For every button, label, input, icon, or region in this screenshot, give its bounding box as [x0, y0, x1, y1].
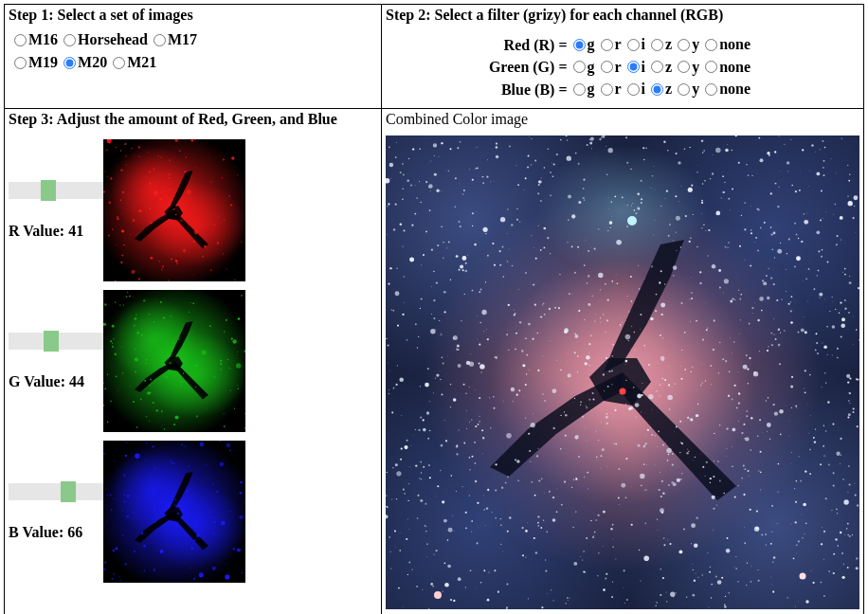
filter-option-red-y[interactable]: y [678, 36, 699, 53]
svg-point-1341 [441, 226, 443, 227]
filter-option-green-none[interactable]: none [705, 59, 750, 76]
imageset-radio-m20[interactable] [63, 57, 76, 69]
svg-point-346 [172, 461, 174, 464]
svg-point-1555 [753, 371, 755, 373]
filter-radio-red-i[interactable] [627, 39, 640, 51]
svg-point-291 [186, 489, 188, 491]
filter-radio-blue-z[interactable] [651, 83, 663, 96]
svg-point-1122 [788, 436, 789, 437]
filter-radio-blue-r[interactable] [601, 83, 613, 96]
svg-point-1198 [712, 495, 715, 498]
svg-point-833 [489, 397, 490, 398]
svg-point-1062 [622, 196, 624, 198]
filter-radio-red-z[interactable] [651, 39, 663, 51]
svg-point-1264 [407, 573, 408, 574]
filter-radio-green-y[interactable] [678, 61, 690, 73]
filter-radio-green-g[interactable] [573, 61, 586, 73]
filter-option-red-g[interactable]: g [573, 36, 595, 53]
svg-point-290 [167, 540, 168, 541]
filter-option-green-g[interactable]: g [573, 59, 595, 76]
svg-point-1157 [573, 479, 574, 479]
svg-point-418 [714, 319, 715, 321]
svg-point-1551 [479, 396, 480, 398]
svg-point-1456 [847, 195, 848, 196]
filter-radio-green-i[interactable] [627, 61, 640, 73]
svg-point-1610 [805, 331, 807, 334]
imageset-option-m21[interactable]: M21 [113, 54, 156, 71]
filter-option-blue-y[interactable]: y [678, 81, 699, 98]
svg-point-1597 [750, 229, 751, 230]
svg-point-1520 [796, 256, 801, 261]
filter-radio-blue-y[interactable] [678, 83, 690, 96]
svg-point-1150 [815, 428, 816, 429]
svg-point-1564 [723, 492, 725, 494]
filter-option-blue-i[interactable]: i [627, 81, 645, 98]
filter-radio-blue-i[interactable] [627, 83, 640, 96]
svg-point-1539 [568, 194, 571, 198]
svg-point-224 [207, 348, 208, 349]
svg-point-769 [479, 421, 480, 422]
imageset-label: Horsehead [78, 31, 148, 48]
blue-slider[interactable] [9, 483, 103, 500]
svg-point-967 [431, 286, 432, 287]
filter-option-red-z[interactable]: z [651, 36, 672, 53]
svg-point-1381 [509, 248, 510, 249]
svg-point-1171 [402, 313, 404, 315]
svg-point-57 [213, 224, 215, 226]
imageset-option-m16[interactable]: M16 [14, 31, 58, 48]
imageset-option-horsehead[interactable]: Horsehead [63, 31, 148, 48]
filter-option-green-z[interactable]: z [651, 59, 672, 76]
filter-radio-red-none[interactable] [705, 39, 717, 51]
filter-option-blue-z[interactable]: z [651, 81, 672, 98]
imageset-option-m20[interactable]: M20 [63, 54, 107, 71]
svg-point-104 [230, 204, 233, 207]
svg-point-1730 [525, 530, 528, 533]
filter-radio-green-z[interactable] [651, 61, 663, 73]
svg-point-896 [820, 463, 822, 465]
svg-point-1243 [603, 373, 605, 375]
svg-point-334 [154, 509, 155, 511]
imageset-option-m17[interactable]: M17 [154, 31, 197, 48]
blue-slider-thumb[interactable] [61, 481, 76, 502]
imageset-radio-m19[interactable] [14, 57, 27, 69]
filter-radio-blue-none[interactable] [705, 83, 717, 96]
green-slider[interactable] [9, 333, 103, 350]
imageset-radio-m16[interactable] [14, 34, 27, 46]
filter-option-green-r[interactable]: r [601, 59, 622, 76]
imageset-radio-m17[interactable] [154, 34, 166, 46]
filter-radio-red-r[interactable] [601, 39, 613, 51]
imageset-radio-m21[interactable] [113, 57, 125, 69]
svg-point-950 [667, 149, 669, 151]
filter-option-green-i[interactable]: i [627, 59, 645, 76]
svg-point-1259 [631, 325, 632, 326]
svg-point-1676 [774, 151, 776, 153]
svg-point-1648 [443, 242, 444, 244]
svg-point-402 [625, 403, 626, 404]
filter-radio-green-none[interactable] [705, 61, 717, 73]
svg-point-1763 [750, 417, 752, 419]
filter-option-blue-r[interactable]: r [601, 81, 622, 98]
imageset-radio-horsehead[interactable] [63, 34, 76, 46]
svg-point-1110 [500, 217, 505, 222]
red-slider[interactable] [9, 182, 103, 199]
filter-option-red-none[interactable]: none [705, 36, 750, 53]
filter-option-blue-none[interactable]: none [705, 81, 750, 98]
filter-radio-green-r[interactable] [601, 61, 613, 73]
svg-point-1687 [431, 314, 432, 315]
svg-point-699 [702, 152, 704, 154]
imageset-option-m19[interactable]: M19 [14, 54, 58, 71]
svg-point-339 [220, 461, 224, 465]
filter-option-red-i[interactable]: i [627, 36, 645, 53]
svg-point-1669 [644, 278, 645, 279]
filter-radio-red-y[interactable] [678, 39, 690, 51]
green-slider-thumb[interactable] [44, 331, 59, 352]
filter-radio-red-g[interactable] [573, 39, 586, 51]
filter-option-blue-g[interactable]: g [573, 81, 595, 98]
filter-radio-blue-g[interactable] [573, 83, 586, 96]
filter-label: r [615, 59, 622, 76]
filter-option-red-r[interactable]: r [601, 36, 622, 53]
svg-point-1576 [642, 383, 643, 384]
filter-option-green-y[interactable]: y [678, 59, 699, 76]
svg-point-742 [631, 523, 633, 525]
red-slider-thumb[interactable] [41, 180, 56, 201]
